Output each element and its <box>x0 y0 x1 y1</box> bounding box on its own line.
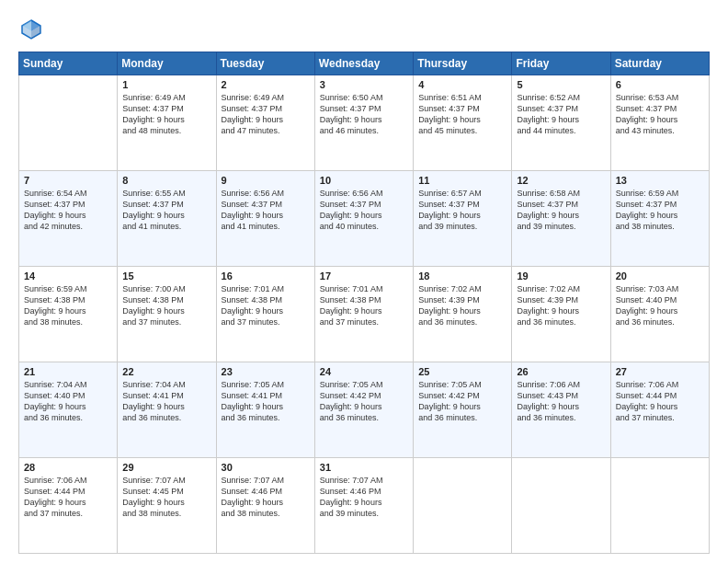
calendar-cell: 14Sunrise: 6:59 AM Sunset: 4:38 PM Dayli… <box>19 267 118 362</box>
day-info: Sunrise: 7:02 AM Sunset: 4:39 PM Dayligh… <box>517 283 605 328</box>
day-info: Sunrise: 6:52 AM Sunset: 4:37 PM Dayligh… <box>517 92 605 137</box>
day-number: 1 <box>122 79 210 90</box>
day-number: 7 <box>24 175 112 186</box>
day-info: Sunrise: 7:07 AM Sunset: 4:46 PM Dayligh… <box>320 475 408 520</box>
day-number: 20 <box>616 270 704 282</box>
day-info: Sunrise: 7:06 AM Sunset: 4:44 PM Dayligh… <box>616 379 704 424</box>
day-number: 10 <box>320 175 408 186</box>
day-info: Sunrise: 6:56 AM Sunset: 4:37 PM Dayligh… <box>320 188 408 233</box>
logo <box>18 17 48 42</box>
day-number: 5 <box>517 79 605 90</box>
calendar-week-row: 28Sunrise: 7:06 AM Sunset: 4:44 PM Dayli… <box>19 458 710 554</box>
calendar-cell <box>414 458 512 554</box>
calendar-cell: 7Sunrise: 6:54 AM Sunset: 4:37 PM Daylig… <box>19 171 118 267</box>
calendar-week-row: 7Sunrise: 6:54 AM Sunset: 4:37 PM Daylig… <box>19 171 710 267</box>
calendar-cell: 28Sunrise: 7:06 AM Sunset: 4:44 PM Dayli… <box>19 458 118 554</box>
day-info: Sunrise: 6:56 AM Sunset: 4:37 PM Dayligh… <box>222 188 310 233</box>
calendar-cell: 6Sunrise: 6:53 AM Sunset: 4:37 PM Daylig… <box>610 75 709 171</box>
day-info: Sunrise: 6:51 AM Sunset: 4:37 PM Dayligh… <box>418 92 506 137</box>
calendar-cell: 8Sunrise: 6:55 AM Sunset: 4:37 PM Daylig… <box>118 171 216 267</box>
calendar-cell: 3Sunrise: 6:50 AM Sunset: 4:37 PM Daylig… <box>314 75 413 171</box>
calendar-cell <box>610 458 709 554</box>
day-info: Sunrise: 7:04 AM Sunset: 4:40 PM Dayligh… <box>24 379 112 424</box>
calendar-week-row: 1Sunrise: 6:49 AM Sunset: 4:37 PM Daylig… <box>19 75 710 171</box>
day-number: 6 <box>616 79 704 90</box>
calendar-cell: 30Sunrise: 7:07 AM Sunset: 4:46 PM Dayli… <box>216 458 314 554</box>
calendar-cell: 23Sunrise: 7:05 AM Sunset: 4:41 PM Dayli… <box>216 362 314 458</box>
day-number: 9 <box>222 175 310 186</box>
calendar-cell: 24Sunrise: 7:05 AM Sunset: 4:42 PM Dayli… <box>314 362 413 458</box>
calendar-cell: 16Sunrise: 7:01 AM Sunset: 4:38 PM Dayli… <box>216 267 314 362</box>
weekday-header-monday: Monday <box>118 52 216 75</box>
calendar-week-row: 21Sunrise: 7:04 AM Sunset: 4:40 PM Dayli… <box>19 362 710 458</box>
calendar-cell: 5Sunrise: 6:52 AM Sunset: 4:37 PM Daylig… <box>512 75 610 171</box>
day-number: 22 <box>122 366 210 377</box>
day-info: Sunrise: 6:49 AM Sunset: 4:37 PM Dayligh… <box>222 92 310 137</box>
day-number: 21 <box>24 366 112 377</box>
day-info: Sunrise: 7:06 AM Sunset: 4:43 PM Dayligh… <box>517 379 605 424</box>
day-number: 14 <box>24 270 112 282</box>
calendar-cell: 17Sunrise: 7:01 AM Sunset: 4:38 PM Dayli… <box>314 267 413 362</box>
day-number: 13 <box>616 175 704 186</box>
calendar-cell: 9Sunrise: 6:56 AM Sunset: 4:37 PM Daylig… <box>216 171 314 267</box>
day-number: 15 <box>122 270 210 282</box>
day-info: Sunrise: 6:55 AM Sunset: 4:37 PM Dayligh… <box>122 188 210 233</box>
calendar-cell: 12Sunrise: 6:58 AM Sunset: 4:37 PM Dayli… <box>512 171 610 267</box>
header <box>18 17 710 42</box>
calendar-table: SundayMondayTuesdayWednesdayThursdayFrid… <box>18 52 710 554</box>
calendar-cell: 27Sunrise: 7:06 AM Sunset: 4:44 PM Dayli… <box>610 362 709 458</box>
day-info: Sunrise: 7:00 AM Sunset: 4:38 PM Dayligh… <box>122 283 210 328</box>
day-number: 2 <box>222 79 310 90</box>
day-number: 29 <box>122 462 210 473</box>
calendar-cell: 31Sunrise: 7:07 AM Sunset: 4:46 PM Dayli… <box>314 458 413 554</box>
calendar-cell: 10Sunrise: 6:56 AM Sunset: 4:37 PM Dayli… <box>314 171 413 267</box>
weekday-header-thursday: Thursday <box>414 52 512 75</box>
day-info: Sunrise: 7:01 AM Sunset: 4:38 PM Dayligh… <box>222 283 310 328</box>
weekday-header-row: SundayMondayTuesdayWednesdayThursdayFrid… <box>19 52 710 75</box>
day-number: 23 <box>222 366 310 377</box>
calendar-cell: 18Sunrise: 7:02 AM Sunset: 4:39 PM Dayli… <box>414 267 512 362</box>
calendar-week-row: 14Sunrise: 6:59 AM Sunset: 4:38 PM Dayli… <box>19 267 710 362</box>
day-info: Sunrise: 7:05 AM Sunset: 4:42 PM Dayligh… <box>320 379 408 424</box>
day-info: Sunrise: 6:57 AM Sunset: 4:37 PM Dayligh… <box>418 188 506 233</box>
calendar-cell: 4Sunrise: 6:51 AM Sunset: 4:37 PM Daylig… <box>414 75 512 171</box>
calendar-cell: 1Sunrise: 6:49 AM Sunset: 4:37 PM Daylig… <box>118 75 216 171</box>
day-number: 27 <box>616 366 704 377</box>
day-info: Sunrise: 7:06 AM Sunset: 4:44 PM Dayligh… <box>24 475 112 520</box>
calendar-cell: 11Sunrise: 6:57 AM Sunset: 4:37 PM Dayli… <box>414 171 512 267</box>
day-number: 16 <box>222 270 310 282</box>
day-info: Sunrise: 7:02 AM Sunset: 4:39 PM Dayligh… <box>418 283 506 328</box>
day-info: Sunrise: 6:54 AM Sunset: 4:37 PM Dayligh… <box>24 188 112 233</box>
calendar-cell: 19Sunrise: 7:02 AM Sunset: 4:39 PM Dayli… <box>512 267 610 362</box>
day-number: 31 <box>320 462 408 473</box>
day-info: Sunrise: 7:01 AM Sunset: 4:38 PM Dayligh… <box>320 283 408 328</box>
calendar-cell: 21Sunrise: 7:04 AM Sunset: 4:40 PM Dayli… <box>19 362 118 458</box>
weekday-header-wednesday: Wednesday <box>314 52 413 75</box>
day-number: 26 <box>517 366 605 377</box>
calendar-cell: 13Sunrise: 6:59 AM Sunset: 4:37 PM Dayli… <box>610 171 709 267</box>
calendar-cell: 2Sunrise: 6:49 AM Sunset: 4:37 PM Daylig… <box>216 75 314 171</box>
weekday-header-friday: Friday <box>512 52 610 75</box>
day-info: Sunrise: 6:50 AM Sunset: 4:37 PM Dayligh… <box>320 92 408 137</box>
weekday-header-saturday: Saturday <box>610 52 709 75</box>
calendar-cell: 15Sunrise: 7:00 AM Sunset: 4:38 PM Dayli… <box>118 267 216 362</box>
weekday-header-sunday: Sunday <box>19 52 118 75</box>
day-number: 17 <box>320 270 408 282</box>
day-number: 8 <box>122 175 210 186</box>
calendar-cell: 26Sunrise: 7:06 AM Sunset: 4:43 PM Dayli… <box>512 362 610 458</box>
day-info: Sunrise: 6:59 AM Sunset: 4:38 PM Dayligh… <box>24 283 112 328</box>
calendar-cell: 25Sunrise: 7:05 AM Sunset: 4:42 PM Dayli… <box>414 362 512 458</box>
calendar-cell <box>512 458 610 554</box>
calendar-page: SundayMondayTuesdayWednesdayThursdayFrid… <box>0 0 728 563</box>
day-number: 19 <box>517 270 605 282</box>
calendar-cell <box>19 75 118 171</box>
day-info: Sunrise: 7:03 AM Sunset: 4:40 PM Dayligh… <box>616 283 704 328</box>
day-number: 4 <box>418 79 506 90</box>
calendar-cell: 22Sunrise: 7:04 AM Sunset: 4:41 PM Dayli… <box>118 362 216 458</box>
day-info: Sunrise: 6:49 AM Sunset: 4:37 PM Dayligh… <box>122 92 210 137</box>
calendar-cell: 29Sunrise: 7:07 AM Sunset: 4:45 PM Dayli… <box>118 458 216 554</box>
day-info: Sunrise: 6:53 AM Sunset: 4:37 PM Dayligh… <box>616 92 704 137</box>
day-info: Sunrise: 7:05 AM Sunset: 4:41 PM Dayligh… <box>222 379 310 424</box>
day-number: 28 <box>24 462 112 473</box>
day-number: 3 <box>320 79 408 90</box>
